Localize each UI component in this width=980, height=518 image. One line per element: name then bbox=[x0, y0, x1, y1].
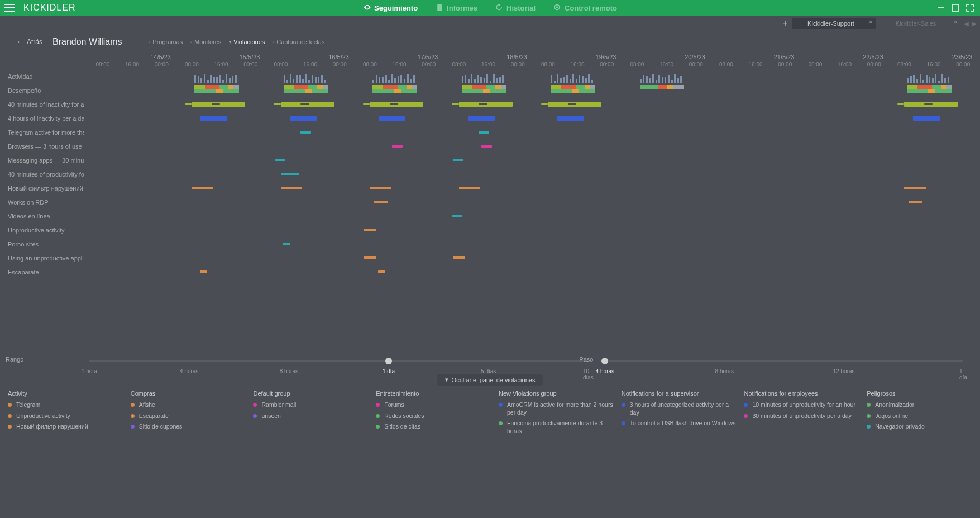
violation-bar[interactable] bbox=[364, 256, 376, 259]
track-row bbox=[89, 251, 980, 265]
next-tab-icon[interactable]: ▶ bbox=[972, 21, 977, 27]
violation-bar[interactable] bbox=[300, 131, 311, 134]
nav-seguimiento[interactable]: Seguimiento bbox=[354, 0, 427, 16]
legend-item[interactable]: Afishe bbox=[131, 401, 248, 409]
hour-label: 16:00 bbox=[214, 61, 228, 68]
violation-bar[interactable] bbox=[453, 256, 465, 259]
timeline-grid[interactable]: 14/5/2308:0016:0000:0015/5/2308:0016:000… bbox=[89, 53, 980, 279]
legend-item[interactable]: 10 minutes of unproductivity for an hour bbox=[744, 401, 861, 409]
minimize-icon[interactable] bbox=[936, 3, 945, 12]
legend-item[interactable]: Jogos online bbox=[867, 412, 972, 420]
legend-item[interactable]: Rambler mail bbox=[253, 401, 370, 409]
perf-segment bbox=[308, 85, 317, 89]
legend-item[interactable]: unseen bbox=[253, 412, 370, 420]
violation-bar[interactable] bbox=[370, 187, 391, 189]
violation-bar[interactable] bbox=[364, 229, 376, 231]
nav-control[interactable]: Control remoto bbox=[544, 0, 626, 16]
add-tab-button[interactable]: + bbox=[780, 18, 790, 28]
close-icon[interactable]: ✕ bbox=[868, 19, 873, 25]
legend-item[interactable]: Navegador privado bbox=[867, 423, 972, 431]
spark-bar bbox=[935, 74, 936, 83]
slider-tick-label[interactable]: 1 día bbox=[383, 368, 395, 374]
violation-bar[interactable] bbox=[290, 116, 317, 121]
filter-programas[interactable]: ▪Programas bbox=[149, 39, 183, 45]
fullscreen-icon[interactable] bbox=[965, 3, 974, 12]
spark-bar bbox=[407, 74, 409, 83]
nav-label: Seguimiento bbox=[374, 4, 418, 12]
violation-bar[interactable] bbox=[453, 159, 463, 161]
legend-item[interactable]: Escaparate bbox=[131, 412, 248, 420]
window-icon[interactable] bbox=[951, 3, 960, 12]
prev-tab-icon[interactable]: ◀ bbox=[964, 21, 969, 27]
legend-title: Default group bbox=[253, 390, 370, 397]
legend-item[interactable]: To control a USB flash drive on Windows bbox=[622, 420, 739, 427]
slider-tick-label[interactable]: 4 horas bbox=[180, 368, 198, 374]
hour-label: 16:00 bbox=[749, 61, 763, 68]
perf-segment bbox=[590, 85, 595, 89]
hide-panel-button[interactable]: ▾ Ocultar el panel de violaciones bbox=[437, 374, 543, 386]
slider-tick-label[interactable]: 5 días bbox=[481, 368, 496, 374]
violation-bar[interactable] bbox=[378, 270, 385, 273]
back-button[interactable]: ← Atrás bbox=[17, 38, 42, 46]
slider-tick-label[interactable]: 12 horas bbox=[833, 368, 855, 374]
filter-violaciones[interactable]: ▾Violaciones bbox=[229, 39, 265, 45]
violation-bar[interactable] bbox=[904, 187, 925, 189]
slider-tick-label[interactable]: 1 hora bbox=[82, 368, 97, 374]
nav-historial[interactable]: Historial bbox=[486, 0, 544, 16]
violation-bar[interactable] bbox=[479, 131, 489, 134]
violation-bar[interactable] bbox=[392, 145, 403, 148]
violation-bar[interactable] bbox=[200, 116, 227, 121]
hour-label: 16:00 bbox=[125, 61, 139, 68]
spark-bar bbox=[480, 77, 482, 83]
legend-item[interactable]: 3 hours of uncategorized activity per a … bbox=[622, 401, 739, 416]
spark-bar bbox=[484, 78, 485, 83]
filter-captura[interactable]: ▪Captura de teclas bbox=[273, 39, 324, 45]
legend-item[interactable]: Новый фильтр нарушений bbox=[8, 423, 125, 431]
violation-bar[interactable] bbox=[374, 201, 388, 203]
legend-item[interactable]: Forums bbox=[376, 401, 493, 409]
tab-active[interactable]: Kickidler-Support ✕ bbox=[792, 18, 876, 29]
legend-item[interactable]: AmoCRM is active for more than 2 hours p… bbox=[499, 401, 616, 416]
violation-bar[interactable] bbox=[281, 173, 299, 175]
legend-item[interactable]: Sitio de cupones bbox=[131, 423, 248, 431]
legend-item[interactable]: Redes sociales bbox=[376, 412, 493, 420]
legend-item[interactable]: Telegram bbox=[8, 401, 125, 409]
perf-segment bbox=[640, 85, 658, 89]
spark-bar bbox=[391, 74, 393, 83]
paso-slider[interactable] bbox=[605, 355, 963, 367]
menu-button[interactable] bbox=[0, 0, 19, 16]
violation-bar[interactable] bbox=[379, 116, 405, 121]
legend-item[interactable]: Funciona productivamente durante 3 horas bbox=[499, 420, 616, 435]
violation-bar[interactable] bbox=[281, 187, 302, 189]
tab-inactive[interactable]: Kickidler-Sales ✕ bbox=[877, 18, 961, 29]
violation-bar[interactable] bbox=[557, 116, 584, 121]
close-icon[interactable]: ✕ bbox=[953, 19, 958, 25]
spark-bar bbox=[920, 74, 921, 83]
slider-tick-label[interactable]: 10 días bbox=[583, 368, 594, 381]
legend-item[interactable]: Anonimaizador bbox=[867, 401, 972, 409]
slider-tick-label[interactable]: 1 día bbox=[959, 368, 967, 381]
slider-tick-label[interactable]: 8 horas bbox=[280, 368, 298, 374]
violation-bar[interactable] bbox=[192, 187, 213, 189]
rango-handle[interactable] bbox=[385, 358, 392, 364]
violation-bar[interactable] bbox=[452, 215, 462, 217]
nav-informes[interactable]: Informes bbox=[427, 0, 486, 16]
violation-bar[interactable] bbox=[481, 145, 492, 148]
violation-bar[interactable] bbox=[468, 116, 495, 121]
slider-tick-label[interactable]: 8 horas bbox=[715, 368, 734, 374]
date-label: 23/5/23 bbox=[952, 54, 973, 60]
perf-segment bbox=[294, 85, 309, 89]
filter-monitores[interactable]: ▪Monitores bbox=[190, 39, 221, 45]
legend-item[interactable]: Unproductive activity bbox=[8, 412, 125, 420]
legend-item[interactable]: Sitios de citas bbox=[376, 423, 493, 431]
legend-item[interactable]: 30 minutes of unproductivity per a day bbox=[744, 412, 861, 420]
violation-bar[interactable] bbox=[909, 201, 922, 203]
slider-tick-label[interactable]: 4 horas bbox=[596, 368, 614, 374]
violation-bar[interactable] bbox=[200, 270, 207, 273]
rango-slider[interactable] bbox=[89, 355, 588, 367]
violation-bar[interactable] bbox=[913, 116, 940, 121]
violation-bar[interactable] bbox=[283, 243, 290, 245]
violation-bar[interactable] bbox=[459, 187, 480, 189]
violation-bar[interactable] bbox=[275, 159, 285, 161]
paso-handle[interactable] bbox=[601, 358, 608, 364]
